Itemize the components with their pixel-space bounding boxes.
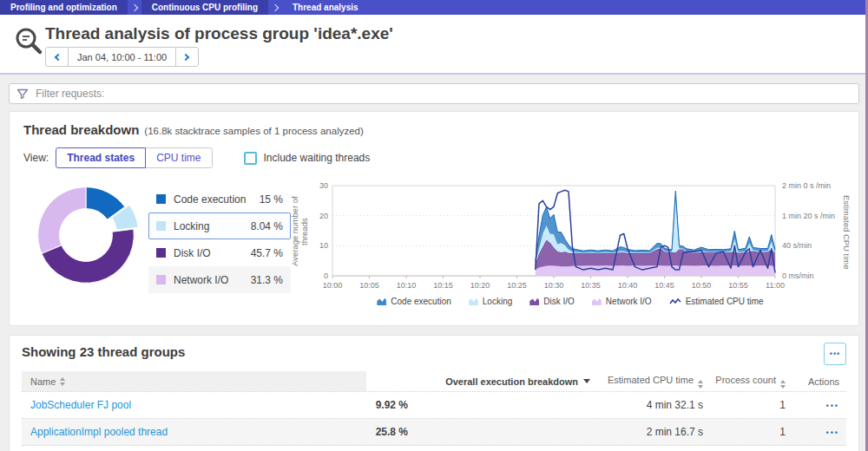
thread-groups-table: Name Overall execution breakdown Estimat… <box>22 371 846 446</box>
svg-text:10:30: 10:30 <box>544 281 564 290</box>
svg-text:10:20: 10:20 <box>470 281 490 290</box>
cpu-time-button[interactable]: CPU time <box>145 147 212 168</box>
thread-group-link[interactable]: JobScheduler FJ pool <box>30 399 131 411</box>
chart-legend-disk-io[interactable]: Disk I/O <box>529 297 575 306</box>
thread-timeseries-chart: Average number of threads 010203010:0010… <box>296 180 845 306</box>
row-actions-icon[interactable]: ••• <box>826 428 839 437</box>
left-axis-title: Average number of threads <box>290 186 309 278</box>
donut-legend: Code execution 15 % Locking 8.04 % Disk … <box>148 186 291 293</box>
column-header-actions: Actions <box>786 376 846 387</box>
sort-desc-icon <box>583 379 590 383</box>
chart-legend-code-execution[interactable]: Code execution <box>377 297 451 306</box>
svg-text:40 s/min: 40 s/min <box>782 241 812 250</box>
timeframe-label[interactable]: Jan 04, 10:00 - 11:00 <box>69 48 175 66</box>
breadcrumb-chevron-icon <box>132 0 137 15</box>
thread-state-donut-chart[interactable] <box>32 180 140 293</box>
right-axis-title: Estimated CPU time <box>842 189 852 276</box>
breakdown-percent: 9.92 % <box>366 399 408 411</box>
breadcrumb: Profiling and optimization Continuous CP… <box>0 0 868 15</box>
chart-legend-network-io[interactable]: Network I/O <box>592 297 652 306</box>
code-execution-swatch-icon <box>156 194 166 204</box>
process-count-value: 1 <box>703 426 786 438</box>
include-waiting-threads-checkbox[interactable] <box>244 152 257 165</box>
svg-text:10:55: 10:55 <box>728 281 748 290</box>
chart-legend-estimated-cpu-time[interactable]: Estimated CPU time <box>669 297 764 306</box>
table-header-row: Name Overall execution breakdown Estimat… <box>22 371 846 392</box>
thread-groups-title: Showing 23 thread groups <box>22 344 185 359</box>
page-header: Thread analysis of process group 'idea*.… <box>0 15 868 75</box>
column-header-breakdown[interactable]: Overall execution breakdown <box>366 376 590 387</box>
breakdown-percent: 25.8 % <box>366 426 408 438</box>
cpu-line-icon <box>669 297 681 306</box>
sort-icon <box>60 377 65 386</box>
breadcrumb-item-cpu-profiling[interactable]: Continuous CPU profiling <box>141 0 268 15</box>
locking-swatch-icon <box>156 221 166 231</box>
network-io-swatch-icon <box>156 275 166 284</box>
breadcrumb-chevron-icon <box>273 0 278 15</box>
row-actions-icon[interactable]: ••• <box>826 402 839 410</box>
thread-states-button[interactable]: Thread states <box>56 147 146 168</box>
view-label: View: <box>23 152 49 164</box>
filter-requests-input[interactable] <box>9 83 859 104</box>
include-waiting-threads-label[interactable]: Include waiting threads <box>264 152 371 164</box>
locking-area-icon <box>469 297 478 305</box>
legend-row-code-execution[interactable]: Code execution 15 % <box>148 186 291 212</box>
table-row: ApplicationImpl pooled thread 25.8 % 2 m… <box>22 419 846 446</box>
svg-text:10:35: 10:35 <box>581 281 601 290</box>
chevron-left-icon <box>55 53 62 60</box>
page-title: Thread analysis of process group 'idea*.… <box>45 24 393 43</box>
svg-text:0 ms/min: 0 ms/min <box>782 271 814 280</box>
table-row: JobScheduler FJ pool 9.92 % 4 min 32.1 s… <box>22 392 846 419</box>
disk-io-area-icon <box>529 297 539 305</box>
filter-bar <box>9 83 859 104</box>
chart-legend-locking[interactable]: Locking <box>469 297 512 306</box>
column-header-process-count[interactable]: Process count <box>703 375 786 389</box>
thread-group-link[interactable]: ApplicationImpl pooled thread <box>30 426 168 438</box>
svg-text:10:00: 10:00 <box>323 281 343 290</box>
svg-text:10:40: 10:40 <box>618 281 638 290</box>
sample-note: (16.8k stacktrace samples of 1 process a… <box>144 126 363 136</box>
page: Profiling and optimization Continuous CP… <box>0 0 868 451</box>
svg-text:30: 30 <box>319 181 328 190</box>
timeframe-prev-button[interactable] <box>46 48 69 66</box>
chevron-right-icon <box>182 53 189 60</box>
network-io-area-icon <box>592 297 602 305</box>
thread-analysis-icon <box>12 25 45 63</box>
column-header-cpu-time[interactable]: Estimated CPU time <box>590 375 703 389</box>
disk-io-swatch-icon <box>156 248 166 258</box>
legend-row-locking[interactable]: Locking 8.04 % <box>148 212 291 239</box>
timeframe-selector: Jan 04, 10:00 - 11:00 <box>45 47 199 67</box>
svg-text:10:50: 10:50 <box>692 281 712 290</box>
svg-text:1 min 20 s /min: 1 min 20 s /min <box>782 212 835 220</box>
svg-text:10:25: 10:25 <box>507 281 527 290</box>
svg-text:10:10: 10:10 <box>397 281 417 290</box>
thread-groups-card: Showing 23 thread groups ••• Name Overal… <box>9 335 859 451</box>
process-count-value: 1 <box>703 399 786 411</box>
breadcrumb-item-profiling[interactable]: Profiling and optimization <box>0 0 128 15</box>
legend-row-network-io[interactable]: Network I/O 31.3 % <box>148 266 291 293</box>
svg-text:10:45: 10:45 <box>654 281 674 290</box>
view-toggle: Thread states CPU time <box>56 147 212 168</box>
filter-funnel-icon <box>16 88 29 103</box>
chart-legend: Code execution Locking Disk I/O Network … <box>296 297 845 306</box>
cpu-time-value: 4 min 32.1 s <box>590 399 703 411</box>
svg-text:0: 0 <box>324 271 328 280</box>
legend-row-disk-io[interactable]: Disk I/O 45.7 % <box>148 239 291 266</box>
svg-text:10:05: 10:05 <box>359 281 379 290</box>
breadcrumb-item-thread-analysis: Thread analysis <box>282 0 369 15</box>
timeframe-next-button[interactable] <box>175 48 198 66</box>
thread-breakdown-title: Thread breakdown <box>23 122 139 137</box>
svg-text:10:15: 10:15 <box>433 281 453 290</box>
thread-breakdown-card: Thread breakdown (16.8k stacktrace sampl… <box>9 111 859 326</box>
table-more-actions-button[interactable]: ••• <box>824 343 846 365</box>
column-header-name[interactable]: Name <box>22 371 366 391</box>
svg-text:2 min 0 s /min: 2 min 0 s /min <box>782 181 831 190</box>
svg-text:20: 20 <box>319 212 328 220</box>
cpu-time-value: 2 min 16.7 s <box>590 426 703 438</box>
svg-text:11:00: 11:00 <box>766 281 785 290</box>
svg-text:10: 10 <box>319 241 328 250</box>
code-execution-area-icon <box>377 297 386 305</box>
